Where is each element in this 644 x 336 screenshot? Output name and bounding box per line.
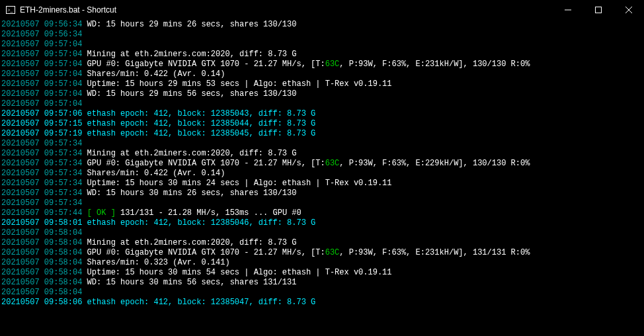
terminal-line: 20210507 09:57:44 [ OK ] 131/131 - 21.28… xyxy=(1,208,643,218)
terminal-segment: 20210507 09:58:04 xyxy=(1,228,82,237)
terminal-line: 20210507 09:57:04 Shares/min: 0.422 (Avr… xyxy=(1,69,643,79)
terminal-segment: 20210507 09:58:04 xyxy=(1,268,82,277)
terminal-segment: , P:93W, F:63%, E:229kH/W], 130/130 R:0% xyxy=(339,159,530,168)
terminal-segment: 63C xyxy=(325,159,340,168)
terminal-segment: 20210507 09:57:34 xyxy=(1,159,82,168)
minimize-button[interactable] xyxy=(553,0,583,20)
terminal-line: 20210507 09:57:15 ethash epoch: 412, blo… xyxy=(1,119,643,129)
terminal-segment: Mining at eth.2miners.com:2020, diff: 8.… xyxy=(82,238,296,247)
terminal-segment: 20210507 09:57:04 xyxy=(1,99,82,108)
terminal-segment: 20210507 09:57:04 xyxy=(1,79,82,89)
terminal-line: 20210507 09:56:34 WD: 15 hours 29 mins 2… xyxy=(1,20,643,30)
terminal-segment: 20210507 09:57:04 xyxy=(1,89,82,99)
terminal-line: 20210507 09:58:04 GPU #0: Gigabyte NVIDI… xyxy=(1,248,643,258)
terminal-segment: WD: 15 hours 30 mins 26 secs, shares 130… xyxy=(82,189,296,198)
terminal-segment: 20210507 09:57:34 xyxy=(1,179,82,188)
window-titlebar: >_ ETH-2miners.bat - Shortcut xyxy=(0,0,644,20)
cmd-icon: >_ xyxy=(5,5,16,15)
terminal-line: 20210507 09:58:04 xyxy=(1,228,643,238)
terminal-segment: 20210507 09:58:04 xyxy=(1,238,82,247)
terminal-line: 20210507 09:58:04 Mining at eth.2miners.… xyxy=(1,238,643,248)
terminal-line: 20210507 09:57:04 Mining at eth.2miners.… xyxy=(1,50,643,60)
terminal-segment: Shares/min: 0.323 (Avr. 0.141) xyxy=(82,258,229,267)
terminal-line: 20210507 09:57:04 WD: 15 hours 29 mins 5… xyxy=(1,89,643,99)
terminal-segment: GPU #0: Gigabyte NVIDIA GTX 1070 - 21.27… xyxy=(82,248,325,257)
terminal-segment: 20210507 09:57:15 ethash epoch: 412, blo… xyxy=(1,119,315,128)
terminal-segment xyxy=(82,208,87,218)
terminal-segment: 20210507 09:58:04 xyxy=(1,288,82,297)
terminal-line: 20210507 09:58:06 ethash epoch: 412, blo… xyxy=(1,298,643,308)
terminal-segment: WD: 15 hours 30 mins 56 secs, shares 131… xyxy=(82,278,296,287)
svg-rect-3 xyxy=(596,7,602,13)
terminal-segment: 20210507 09:57:34 xyxy=(1,198,82,208)
terminal-segment: 131/131 - 21.28 MH/s, 153ms ... GPU #0 xyxy=(116,208,302,218)
terminal-line: 20210507 09:57:04 xyxy=(1,99,643,109)
terminal-segment: Uptime: 15 hours 30 mins 24 secs | Algo:… xyxy=(82,179,391,188)
terminal-segment: Uptime: 15 hours 30 mins 54 secs | Algo:… xyxy=(82,268,391,277)
terminal-segment: Uptime: 15 hours 29 mins 53 secs | Algo:… xyxy=(82,79,391,89)
terminal-segment: Mining at eth.2miners.com:2020, diff: 8.… xyxy=(82,149,296,158)
terminal-line: 20210507 09:57:19 ethash epoch: 412, blo… xyxy=(1,129,643,139)
terminal-segment: GPU #0: Gigabyte NVIDIA GTX 1070 - 21.27… xyxy=(82,159,325,168)
terminal-segment: 20210507 09:57:34 xyxy=(1,189,82,198)
terminal-segment: Shares/min: 0.422 (Avr. 0.14) xyxy=(82,169,225,178)
terminal-line: 20210507 09:58:04 xyxy=(1,288,643,298)
svg-text:>_: >_ xyxy=(7,7,14,13)
terminal-segment: 20210507 09:58:04 xyxy=(1,258,82,267)
terminal-line: 20210507 09:57:34 Mining at eth.2miners.… xyxy=(1,149,643,159)
terminal-segment: 20210507 09:57:06 ethash epoch: 412, blo… xyxy=(1,109,315,118)
terminal-line: 20210507 09:58:04 Shares/min: 0.323 (Avr… xyxy=(1,258,643,268)
terminal-segment: 20210507 09:58:04 xyxy=(1,248,82,257)
terminal-segment: Shares/min: 0.422 (Avr. 0.14) xyxy=(82,69,225,79)
close-button[interactable] xyxy=(614,0,644,20)
terminal-output[interactable]: 20210507 09:56:34 WD: 15 hours 29 mins 2… xyxy=(0,20,644,308)
terminal-line: 20210507 09:58:04 WD: 15 hours 30 mins 5… xyxy=(1,278,643,288)
terminal-segment: 20210507 09:57:04 xyxy=(1,50,82,59)
terminal-segment: 20210507 09:57:44 xyxy=(1,208,82,218)
terminal-segment: , P:93W, F:63%, E:231kH/W], 131/131 R:0% xyxy=(339,248,530,257)
terminal-line: 20210507 09:57:34 WD: 15 hours 30 mins 2… xyxy=(1,189,643,198)
terminal-line: 20210507 09:57:34 GPU #0: Gigabyte NVIDI… xyxy=(1,159,643,169)
terminal-segment: 20210507 09:57:04 xyxy=(1,69,82,79)
terminal-segment: 20210507 09:57:34 xyxy=(1,139,82,148)
terminal-segment: 20210507 09:57:34 xyxy=(1,149,82,158)
terminal-segment: GPU #0: Gigabyte NVIDIA GTX 1070 - 21.27… xyxy=(82,60,325,69)
terminal-line: 20210507 09:57:04 Uptime: 15 hours 29 mi… xyxy=(1,79,643,89)
terminal-segment: 20210507 09:56:34 xyxy=(1,30,82,39)
terminal-segment: 63C xyxy=(325,60,340,69)
terminal-segment: 20210507 09:57:04 xyxy=(1,40,82,49)
terminal-segment: , P:93W, F:63%, E:231kH/W], 130/130 R:0% xyxy=(339,60,530,69)
terminal-segment: [ OK ] xyxy=(87,208,116,218)
terminal-segment: 20210507 09:57:19 ethash epoch: 412, blo… xyxy=(1,129,315,138)
terminal-line: 20210507 09:57:34 Uptime: 15 hours 30 mi… xyxy=(1,179,643,189)
terminal-line: 20210507 09:57:34 xyxy=(1,198,643,208)
terminal-segment: 20210507 09:58:06 ethash epoch: 412, blo… xyxy=(1,298,315,307)
terminal-segment: 20210507 09:56:34 xyxy=(1,20,82,29)
terminal-segment: 63C xyxy=(325,248,340,257)
terminal-line: 20210507 09:57:06 ethash epoch: 412, blo… xyxy=(1,109,643,119)
terminal-line: 20210507 09:57:34 xyxy=(1,139,643,149)
terminal-line: 20210507 09:56:34 xyxy=(1,30,643,40)
terminal-line: 20210507 09:57:04 xyxy=(1,40,643,50)
terminal-line: 20210507 09:58:04 Uptime: 15 hours 30 mi… xyxy=(1,268,643,278)
terminal-line: 20210507 09:58:01 ethash epoch: 412, blo… xyxy=(1,218,643,228)
terminal-segment: 20210507 09:58:04 xyxy=(1,278,82,287)
window-title: ETH-2miners.bat - Shortcut xyxy=(20,5,553,15)
maximize-button[interactable] xyxy=(583,0,614,20)
terminal-line: 20210507 09:57:34 Shares/min: 0.422 (Avr… xyxy=(1,169,643,179)
terminal-segment: Mining at eth.2miners.com:2020, diff: 8.… xyxy=(82,50,296,59)
terminal-line: 20210507 09:57:04 GPU #0: Gigabyte NVIDI… xyxy=(1,60,643,69)
terminal-segment: WD: 15 hours 29 mins 56 secs, shares 130… xyxy=(82,89,296,99)
terminal-segment: 20210507 09:57:34 xyxy=(1,169,82,178)
terminal-segment: 20210507 09:57:04 xyxy=(1,60,82,69)
terminal-segment: WD: 15 hours 29 mins 26 secs, shares 130… xyxy=(82,20,296,29)
terminal-segment: 20210507 09:58:01 ethash epoch: 412, blo… xyxy=(1,218,315,228)
